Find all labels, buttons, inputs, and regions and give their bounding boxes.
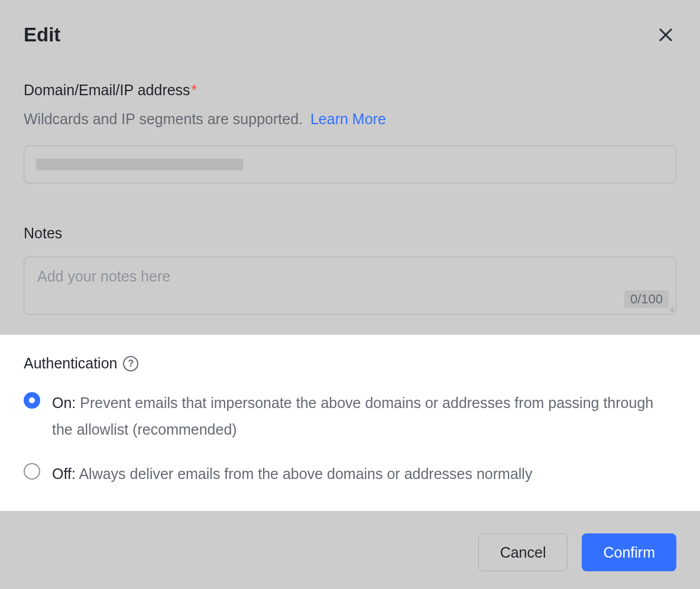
- required-mark: *: [192, 82, 197, 98]
- auth-option-off-text: Off: Always deliver emails from the abov…: [52, 461, 532, 487]
- auth-option-on[interactable]: On: Prevent emails that impersonate the …: [24, 390, 676, 443]
- auth-off-prefix: Off:: [52, 465, 76, 482]
- auth-option-on-text: On: Prevent emails that impersonate the …: [52, 390, 676, 443]
- notes-textarea[interactable]: Add your notes here 0/100: [24, 257, 676, 315]
- dialog-header: Edit: [0, 0, 700, 46]
- authentication-section: Authentication ? On: Prevent emails that…: [0, 335, 700, 511]
- close-icon: [657, 26, 675, 44]
- notes-char-counter: 0/100: [624, 290, 669, 308]
- address-input[interactable]: [24, 145, 676, 183]
- auth-on-prefix: On:: [52, 394, 76, 411]
- address-hint: Wildcards and IP segments are supported.: [24, 111, 303, 127]
- edit-dialog: Edit Domain/Email/IP address* Wildcards …: [0, 0, 700, 589]
- close-button[interactable]: [655, 24, 676, 46]
- dialog-footer: Cancel Confirm: [478, 533, 676, 571]
- confirm-button[interactable]: Confirm: [582, 533, 676, 571]
- radio-on-indicator: [24, 392, 40, 409]
- notes-placeholder: Add your notes here: [37, 268, 170, 285]
- auth-on-desc: Prevent emails that impersonate the abov…: [52, 394, 653, 438]
- address-input-value-redacted: [36, 158, 243, 170]
- authentication-header: Authentication ?: [24, 355, 676, 372]
- resize-handle-icon[interactable]: [666, 304, 674, 312]
- auth-option-off[interactable]: Off: Always deliver emails from the abov…: [24, 461, 676, 487]
- auth-off-desc: Always deliver emails from the above dom…: [76, 465, 533, 482]
- notes-field: Notes Add your notes here 0/100: [24, 225, 676, 315]
- address-label: Domain/Email/IP address: [24, 82, 190, 98]
- dialog-title: Edit: [24, 24, 60, 46]
- learn-more-link[interactable]: Learn More: [310, 111, 386, 127]
- help-icon[interactable]: ?: [123, 356, 138, 371]
- authentication-label: Authentication: [24, 355, 117, 372]
- cancel-button[interactable]: Cancel: [478, 533, 568, 571]
- address-field: Domain/Email/IP address* Wildcards and I…: [24, 82, 676, 183]
- radio-off-indicator: [24, 463, 40, 480]
- notes-label: Notes: [24, 225, 676, 242]
- form-body: Domain/Email/IP address* Wildcards and I…: [0, 82, 700, 315]
- authentication-radio-group: On: Prevent emails that impersonate the …: [24, 390, 676, 487]
- address-hint-row: Wildcards and IP segments are supported.…: [24, 111, 676, 128]
